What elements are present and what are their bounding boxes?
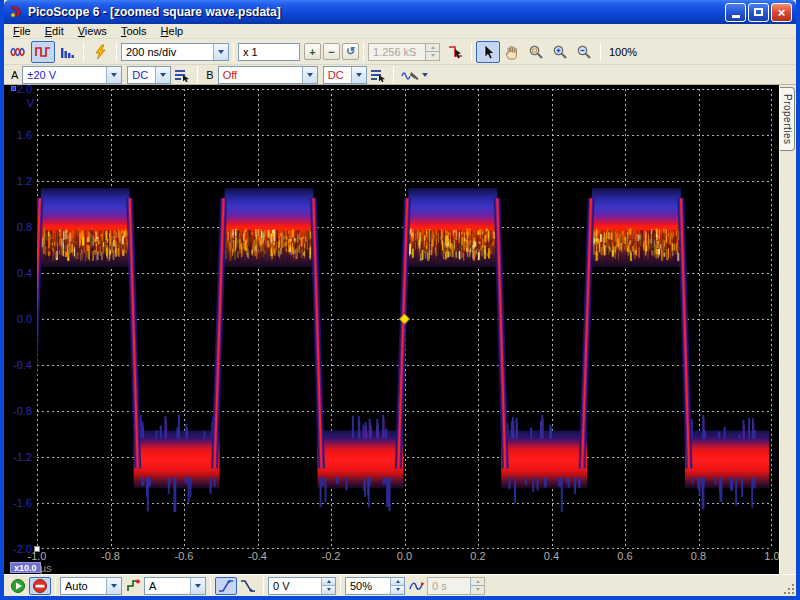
separator <box>233 43 234 61</box>
falling-edge-button[interactable] <box>237 577 259 595</box>
x-tick-label: -0.4 <box>248 550 267 562</box>
sine-waves-icon <box>10 44 28 60</box>
rapid-trigger-button[interactable] <box>405 577 427 595</box>
channel-b-coupling-select[interactable]: DC <box>323 66 367 84</box>
properties-panel-strip: Properties <box>779 85 796 574</box>
zoom-reset-button[interactable]: ↺ <box>342 43 359 60</box>
signal-generator-button[interactable] <box>88 41 112 63</box>
start-button[interactable] <box>7 577 29 595</box>
math-channels-button[interactable] <box>398 66 432 84</box>
channel-a-label: A <box>11 69 18 81</box>
channel-b-options-button[interactable] <box>367 66 389 84</box>
close-button[interactable]: × <box>771 3 792 22</box>
marquee-zoom-tool-button[interactable] <box>524 41 548 63</box>
chevron-down-icon <box>422 73 428 77</box>
y-tick-label: 0.8 <box>4 221 32 233</box>
y-tick-label: -1.2 <box>4 451 32 463</box>
arrow-cursor-icon <box>481 44 495 60</box>
channel-b-coupling-value: DC <box>324 69 351 81</box>
trigger-threshold-value: 0 V <box>269 578 321 594</box>
rising-edge-button[interactable] <box>215 577 237 595</box>
channel-a-coupling-select[interactable]: DC <box>127 66 171 84</box>
picoscope-window: PicoScope 6 - [zoomed square wave.psdata… <box>0 0 800 600</box>
channel-options-icon <box>174 68 190 82</box>
app-icon <box>8 4 24 20</box>
channel-a-range-select[interactable]: ±20 V <box>22 66 122 84</box>
falling-edge-icon <box>240 579 256 593</box>
x-tick-label: -0.6 <box>175 550 194 562</box>
scope-view-button[interactable] <box>7 41 31 63</box>
separator <box>393 66 394 84</box>
zoom-multiplier-value: x 1 <box>243 46 258 58</box>
channel-b-range-select[interactable]: Off <box>218 66 318 84</box>
spin-down[interactable] <box>391 585 404 594</box>
title-bar: PicoScope 6 - [zoomed square wave.psdata… <box>4 0 796 24</box>
separator <box>197 66 198 84</box>
trigger-marker-button[interactable] <box>122 577 144 595</box>
persistence-view-button[interactable] <box>31 41 55 63</box>
y-tick-label: -1.6 <box>4 497 32 509</box>
trigger-threshold-spinner[interactable]: 0 V <box>268 577 336 595</box>
channel-a-options-button[interactable] <box>171 66 193 84</box>
zoom-multiplier-field[interactable]: x 1 <box>238 43 300 61</box>
zoom-plus-button[interactable]: + <box>304 43 321 60</box>
menu-file[interactable]: File <box>6 25 38 37</box>
waveform-pencil-icon <box>401 68 419 82</box>
separator <box>83 43 84 61</box>
zoom-minus-button[interactable]: − <box>323 43 340 60</box>
stop-button[interactable] <box>29 577 51 595</box>
chevron-down-icon <box>302 67 317 83</box>
main-toolbar: 200 ns/div x 1 + − ↺ 1.256 kS <box>4 39 796 65</box>
separator <box>600 43 601 61</box>
chevron-down-icon <box>155 67 170 83</box>
menu-tools[interactable]: Tools <box>114 25 154 37</box>
x-axis-unit: µs <box>40 562 52 574</box>
zoom-out-tool-button[interactable] <box>572 41 596 63</box>
x-tick-label: 0.6 <box>617 550 632 562</box>
y-tick-label: 2.0 <box>4 83 32 95</box>
spin-down[interactable] <box>322 585 335 594</box>
chevron-down-icon <box>213 44 228 60</box>
maximize-icon <box>754 8 763 16</box>
undo-icon: ↺ <box>346 45 355 58</box>
spectrum-view-button[interactable] <box>55 41 79 63</box>
pre-trigger-spinner[interactable]: 50% <box>345 577 405 595</box>
spin-up[interactable] <box>391 578 404 586</box>
lightning-bolt-icon <box>93 44 107 60</box>
maximize-button[interactable] <box>748 3 769 22</box>
magnifier-plus-icon <box>552 44 568 60</box>
menu-help[interactable]: Help <box>154 25 191 37</box>
x-tick-label: 0.2 <box>470 550 485 562</box>
zoom-level-label[interactable]: 100% <box>609 46 637 58</box>
channel-a-coupling-value: DC <box>128 69 155 81</box>
plus-icon: + <box>309 46 315 58</box>
spin-up[interactable] <box>322 578 335 586</box>
select-tool-button[interactable] <box>476 41 500 63</box>
scope-display[interactable]: 2.01.61.20.80.40.0-0.4-0.8-1.2-1.6-2.0 V… <box>4 85 796 574</box>
trigger-delay-value: 0 s <box>428 578 470 594</box>
pan-tool-button[interactable] <box>500 41 524 63</box>
rising-edge-icon <box>218 579 234 593</box>
timebase-select[interactable]: 200 ns/div <box>121 43 229 61</box>
minimize-button[interactable] <box>725 3 746 22</box>
x-tick-label: 1.0 <box>764 550 779 562</box>
properties-tab[interactable]: Properties <box>780 87 795 151</box>
separator <box>340 577 341 595</box>
menu-edit[interactable]: Edit <box>38 25 71 37</box>
waveform-canvas[interactable] <box>37 89 772 549</box>
zoom-in-tool-button[interactable] <box>548 41 572 63</box>
separator <box>363 43 364 61</box>
trigger-source-select[interactable]: A <box>144 577 206 595</box>
trigger-mode-value: Auto <box>61 580 106 592</box>
timebase-value: 200 ns/div <box>122 46 213 58</box>
trigger-toolbar: Auto A 0 V <box>4 574 796 596</box>
y-tick-label: -0.8 <box>4 405 32 417</box>
menu-views[interactable]: Views <box>71 25 114 37</box>
axis-drag-handle[interactable] <box>34 546 40 552</box>
pre-trigger-value: 50% <box>346 578 390 594</box>
resize-grip[interactable] <box>782 582 795 595</box>
trigger-mode-select[interactable]: Auto <box>60 577 122 595</box>
waveform-pointer-button[interactable] <box>443 41 467 63</box>
x-tick-label: -0.8 <box>101 550 120 562</box>
separator <box>263 577 264 595</box>
